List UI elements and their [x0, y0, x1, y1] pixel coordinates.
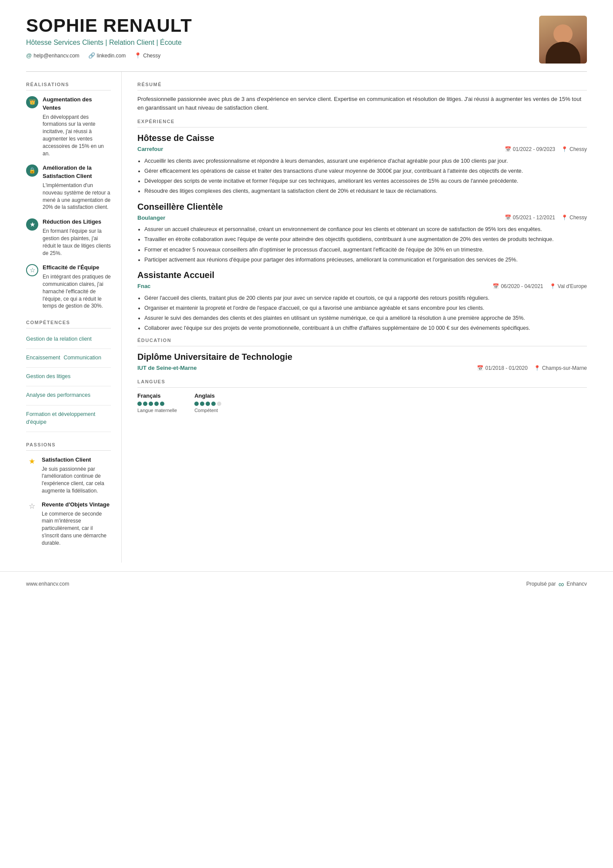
job-meta-3: Fnac 📅 06/2020 - 04/2021 📍 Val d'Europe: [137, 282, 587, 291]
lang-level-fr: Langue maternelle: [137, 407, 177, 414]
dot: [211, 402, 216, 406]
job-title-1: Hôtesse de Caisse: [137, 132, 587, 144]
realisations-title: RÉALISATIONS: [26, 81, 111, 90]
bullet: Gérer l'accueil des clients, traitant pl…: [144, 294, 587, 302]
job-location-1: 📍 Chessy: [561, 146, 587, 153]
footer-brand: Propulsé par ∞ Enhancv: [526, 579, 587, 590]
calendar-icon: 📅: [505, 146, 511, 153]
job-title-2: Conseillère Clientèle: [137, 201, 587, 213]
realisation-text-3: En formant l'équipe sur la gestion des p…: [43, 228, 111, 257]
bullet: Travailler en étroite collaboration avec…: [144, 235, 587, 243]
lang-name-fr: Français: [137, 392, 177, 400]
resume-summary: Professionnelle passionnée avec plus de …: [137, 95, 587, 112]
job-dates-1: 📅 01/2022 - 09/2023 📍 Chessy: [505, 146, 587, 153]
realisation-title-2: Amélioration de la Satisfaction Client: [43, 164, 111, 181]
lang-dots-en: [194, 402, 221, 406]
job-company-3: Fnac: [137, 282, 150, 291]
job-dates-2: 📅 05/2021 - 12/2021 📍 Chessy: [505, 214, 587, 221]
resume-section-title: RÉSUMÉ: [137, 81, 587, 90]
edu-degree: Diplôme Universitaire de Technologie: [137, 351, 587, 363]
job-bullets-2: Assurer un accueil chaleureux et personn…: [137, 225, 587, 264]
skill-block-3: Gestion des litiges: [26, 371, 111, 386]
realisation-icon-3: ★: [26, 218, 38, 231]
languages-row: Français Langue maternelle Anglais: [137, 392, 587, 414]
skill-tag: Gestion de la relation client: [26, 334, 92, 344]
candidate-name: SOPHIE RENAULT: [26, 16, 526, 36]
realisation-text-2: L'implémentation d'un nouveau système de…: [43, 182, 111, 211]
job-bullets-3: Gérer l'accueil des clients, traitant pl…: [137, 294, 587, 332]
contact-info: @ help@enhancv.com 🔗 linkedin.com 📍 Ches…: [26, 52, 526, 60]
location-contact: 📍 Chessy: [134, 52, 160, 60]
skill-block-5: Formation et développement d'équipe: [26, 409, 111, 432]
languages-section-title: LANGUES: [137, 379, 587, 388]
language-english: Anglais Compétent: [194, 392, 221, 414]
realisation-item: ☆ Efficacité de l'Équipe En intégrant de…: [26, 264, 111, 310]
job-meta-2: Boulanger 📅 05/2021 - 12/2021 📍 Chessy: [137, 214, 587, 222]
dot: [206, 402, 210, 406]
dot: [200, 402, 204, 406]
realisation-content-2: Amélioration de la Satisfaction Client L…: [43, 164, 111, 211]
dot: [160, 402, 164, 406]
edu-location: 📍 Champs-sur-Marne: [534, 365, 587, 372]
dot: [143, 402, 147, 406]
realisation-title-4: Efficacité de l'Équipe: [43, 264, 111, 272]
passion-content-1: Satisfaction Client Je suis passionnée p…: [42, 456, 111, 495]
skill-tag: Gestion des litiges: [26, 371, 70, 382]
brand-name: Enhancv: [566, 580, 587, 588]
enhancv-logo-icon: ∞: [558, 579, 564, 590]
email-contact: @ help@enhancv.com: [26, 52, 80, 60]
calendar-icon: 📅: [505, 214, 511, 221]
passion-content-2: Revente d'Objets Vintage Le commerce de …: [42, 501, 111, 547]
edu-meta: IUT de Seine-et-Marne 📅 01/2018 - 01/202…: [137, 364, 587, 372]
bullet: Organiser et maintenir la propreté et l'…: [144, 304, 587, 312]
location-icon: 📍: [561, 214, 568, 221]
job-title-3: Assistante Accueil: [137, 269, 587, 282]
realisation-icon-2: 🔒: [26, 164, 38, 177]
bullet: Participer activement aux réunions d'équ…: [144, 256, 587, 264]
profile-photo: [539, 16, 587, 64]
skill-block-1: Gestion de la relation client: [26, 334, 111, 349]
bullet: Assurer un accueil chaleureux et personn…: [144, 225, 587, 233]
lang-name-en: Anglais: [194, 392, 215, 400]
candidate-subtitle: Hôtesse Services Clients | Relation Clie…: [26, 37, 526, 47]
powered-by-label: Propulsé par: [526, 580, 556, 588]
realisation-title-3: Réduction des Litiges: [43, 218, 111, 226]
linkedin-icon: 🔗: [88, 52, 95, 60]
skill-block-2: Encaissement Communication: [26, 352, 111, 368]
calendar-icon: 📅: [477, 365, 483, 372]
passion-text-2: Le commerce de seconde main m'intéresse …: [42, 510, 111, 547]
passions-title: PASSIONS: [26, 442, 111, 451]
skill-tag: Formation et développement d'équipe: [26, 409, 109, 427]
location-icon: 📍: [550, 283, 556, 290]
realisation-text-1: En développant des formations sur la ven…: [43, 114, 111, 158]
passion-icon-1: ★: [26, 456, 37, 468]
education-section-title: ÉDUCATION: [137, 337, 587, 346]
lang-level-en: Compétent: [194, 407, 221, 414]
passion-item: ☆ Revente d'Objets Vintage Le commerce d…: [26, 501, 111, 547]
location-icon: 📍: [534, 365, 540, 372]
footer: www.enhancv.com Propulsé par ∞ Enhancv: [0, 571, 613, 597]
realisation-text-4: En intégrant des pratiques de communicat…: [43, 273, 111, 310]
header-left: SOPHIE RENAULT Hôtesse Services Clients …: [26, 16, 526, 60]
passion-icon-2: ☆: [26, 501, 37, 513]
language-french: Français Langue maternelle: [137, 392, 177, 414]
job-bullets-1: Accueillir les clients avec professionna…: [137, 157, 587, 195]
lang-competent-en: Anglais: [194, 392, 221, 400]
realisation-icon-1: 👑: [26, 96, 38, 108]
job-meta-1: Carrefour 📅 01/2022 - 09/2023 📍 Chessy: [137, 145, 587, 154]
bullet: Former et encadrer 5 nouveaux conseiller…: [144, 246, 587, 254]
dot-empty: [217, 402, 221, 406]
bullet: Gérer efficacement les opérations de cai…: [144, 167, 587, 175]
skill-block-4: Analyse des performances: [26, 390, 111, 405]
passion-title-2: Revente d'Objets Vintage: [42, 501, 111, 509]
realisation-item: 🔒 Amélioration de la Satisfaction Client…: [26, 164, 111, 211]
header: SOPHIE RENAULT Hôtesse Services Clients …: [0, 0, 613, 71]
linkedin-contact: 🔗 linkedin.com: [88, 52, 126, 60]
location-icon: 📍: [134, 52, 141, 60]
right-column: RÉSUMÉ Professionnelle passionnée avec p…: [122, 72, 613, 563]
job-company-1: Carrefour: [137, 145, 163, 154]
skill-tag: Analyse des performances: [26, 390, 90, 400]
bullet: Assurer le suivi des demandes des client…: [144, 314, 587, 322]
bullet: Résoudre des litiges complexes des clien…: [144, 187, 587, 195]
resume-page: SOPHIE RENAULT Hôtesse Services Clients …: [0, 0, 613, 868]
